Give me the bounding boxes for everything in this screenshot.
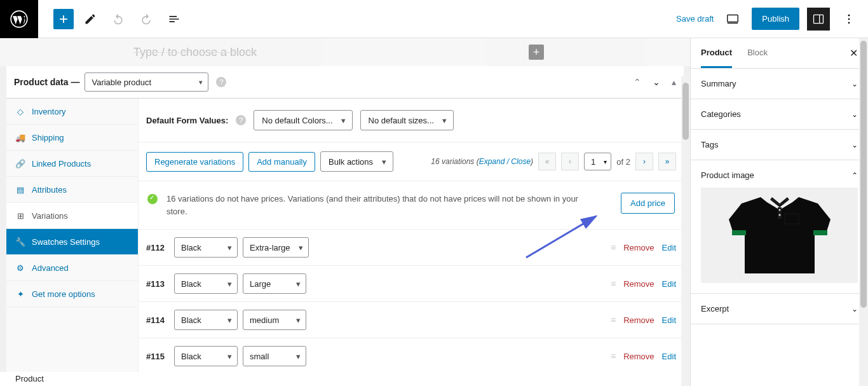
svg-point-13 bbox=[778, 214, 780, 216]
variation-size-select[interactable]: small bbox=[243, 346, 306, 366]
sidebar-tab-product[interactable]: Product bbox=[701, 38, 732, 68]
spark-icon: ✦ bbox=[15, 289, 25, 299]
inventory-icon: ◇ bbox=[15, 106, 25, 116]
tab-inventory[interactable]: ◇Inventory bbox=[6, 99, 138, 125]
default-sizes-select[interactable]: No default sizes... bbox=[360, 110, 454, 130]
remove-variation-link[interactable]: Remove bbox=[623, 243, 654, 252]
svg-point-7 bbox=[848, 22, 850, 24]
panel-summary[interactable]: Summary⌄ bbox=[691, 69, 868, 99]
main-scrollbar[interactable] bbox=[681, 76, 690, 386]
breadcrumb: Product bbox=[0, 372, 690, 386]
plus-icon: + bbox=[59, 11, 68, 27]
chevron-down-icon: ⌄ bbox=[851, 305, 858, 314]
variation-size-select[interactable]: Extra-large bbox=[243, 237, 309, 258]
svg-rect-10 bbox=[813, 230, 827, 235]
tab-get-more-options[interactable]: ✦Get more options bbox=[6, 281, 138, 307]
edit-variation-link[interactable]: Edit bbox=[662, 243, 676, 252]
pager-last[interactable]: » bbox=[658, 153, 676, 170]
drag-handle-icon[interactable]: ≡ bbox=[611, 351, 616, 361]
redo-button[interactable] bbox=[135, 8, 158, 31]
edit-variation-link[interactable]: Edit bbox=[662, 315, 676, 325]
edit-variation-link[interactable]: Edit bbox=[662, 279, 676, 289]
product-image-thumbnail[interactable] bbox=[701, 188, 858, 283]
variation-color-select[interactable]: Black bbox=[174, 310, 238, 330]
editor-topbar: + Save draft Publish bbox=[0, 0, 868, 38]
sidebar-close-button[interactable]: ✕ bbox=[850, 47, 858, 59]
sidebar-scrollbar[interactable] bbox=[859, 38, 868, 386]
expand-close-link[interactable]: Expand / Close bbox=[479, 157, 531, 166]
block-inserter-hint[interactable]: Type / to choose a block + bbox=[0, 38, 690, 66]
variation-row[interactable]: #115Blacksmall≡RemoveEdit bbox=[139, 338, 684, 375]
preview-button[interactable] bbox=[721, 8, 744, 31]
panel-excerpt[interactable]: Excerpt⌄ bbox=[691, 294, 868, 324]
settings-sidebar: Product Block ✕ Summary⌄ Categories⌄ Tag… bbox=[690, 38, 868, 386]
variation-row[interactable]: #112BlackExtra-large≡RemoveEdit bbox=[139, 230, 684, 266]
remove-variation-link[interactable]: Remove bbox=[623, 352, 654, 361]
regenerate-variations-button[interactable]: Regenerate variations bbox=[146, 152, 243, 172]
tab-shipping[interactable]: 🚚Shipping bbox=[6, 125, 138, 151]
chevron-up-icon[interactable]: ⌃ bbox=[851, 171, 858, 180]
variation-id: #112 bbox=[146, 243, 169, 252]
tab-linked-products[interactable]: 🔗Linked Products bbox=[6, 151, 138, 177]
wordpress-logo[interactable] bbox=[0, 0, 38, 38]
tab-attributes[interactable]: ▤Attributes bbox=[6, 177, 138, 203]
publish-button[interactable]: Publish bbox=[752, 8, 799, 30]
panel-toggle-icon[interactable]: ▴ bbox=[672, 77, 676, 87]
variation-row[interactable]: #113BlackLarge≡RemoveEdit bbox=[139, 266, 684, 302]
svg-rect-3 bbox=[814, 15, 824, 23]
chevron-down-icon: ⌄ bbox=[851, 110, 858, 119]
variation-size-select[interactable]: Large bbox=[243, 273, 306, 294]
product-data-panel: Product data — Variable product ? ⌃ ⌄ ▴ … bbox=[6, 66, 684, 386]
variation-row[interactable]: #114Blackmedium≡RemoveEdit bbox=[139, 302, 684, 338]
panel-categories[interactable]: Categories⌄ bbox=[691, 99, 868, 130]
variation-color-select[interactable]: Black bbox=[174, 273, 238, 294]
help-icon[interactable]: ? bbox=[216, 77, 226, 87]
more-options-button[interactable] bbox=[837, 8, 860, 31]
edit-variation-link[interactable]: Edit bbox=[662, 352, 676, 361]
sidebar-tab-block[interactable]: Block bbox=[747, 38, 768, 68]
drag-handle-icon[interactable]: ≡ bbox=[611, 279, 616, 289]
variation-color-select[interactable]: Black bbox=[174, 346, 238, 366]
pager-page-select[interactable]: 1 bbox=[584, 153, 611, 170]
panel-down-icon[interactable]: ⌄ bbox=[653, 77, 660, 87]
help-icon[interactable]: ? bbox=[236, 115, 246, 125]
remove-variation-link[interactable]: Remove bbox=[623, 315, 654, 325]
svg-point-5 bbox=[848, 14, 850, 16]
add-block-button[interactable]: + bbox=[53, 9, 74, 29]
remove-variation-link[interactable]: Remove bbox=[623, 279, 654, 289]
pager-of-text: of 2 bbox=[616, 157, 630, 167]
svg-rect-9 bbox=[732, 230, 746, 235]
panel-up-icon[interactable]: ⌃ bbox=[634, 77, 641, 87]
undo-button[interactable] bbox=[107, 8, 130, 31]
chevron-down-icon: ⌄ bbox=[851, 79, 858, 88]
add-manually-button[interactable]: Add manually bbox=[248, 152, 315, 172]
variation-id: #115 bbox=[146, 352, 169, 361]
tab-advanced[interactable]: ⚙Advanced bbox=[6, 255, 138, 281]
gear-icon: ⚙ bbox=[15, 263, 25, 273]
bulk-actions-select[interactable]: Bulk actions bbox=[320, 151, 393, 172]
attributes-icon: ▤ bbox=[15, 184, 25, 195]
save-draft-button[interactable]: Save draft bbox=[676, 14, 714, 24]
chevron-down-icon: ⌄ bbox=[851, 141, 858, 149]
check-icon bbox=[147, 194, 158, 204]
product-data-tabs: ◇Inventory 🚚Shipping 🔗Linked Products ▤A… bbox=[6, 99, 139, 386]
add-price-button[interactable]: Add price bbox=[621, 193, 675, 214]
drag-handle-icon[interactable]: ≡ bbox=[611, 315, 616, 325]
variation-size-select[interactable]: medium bbox=[243, 310, 306, 330]
panel-tags[interactable]: Tags⌄ bbox=[691, 130, 868, 160]
tab-swatches-settings[interactable]: 🔧Swatches Settings bbox=[6, 229, 138, 255]
pager-prev[interactable]: ‹ bbox=[561, 153, 579, 170]
default-colors-select[interactable]: No default Colors... bbox=[254, 110, 352, 130]
inline-add-block-button[interactable]: + bbox=[529, 45, 544, 60]
product-data-label: Product data — bbox=[14, 77, 79, 87]
variation-color-select[interactable]: Black bbox=[174, 237, 238, 258]
svg-point-6 bbox=[848, 18, 850, 20]
settings-sidebar-toggle[interactable] bbox=[807, 8, 830, 31]
tab-variations[interactable]: ⊞Variations bbox=[6, 203, 138, 229]
document-overview-button[interactable] bbox=[163, 8, 186, 31]
drag-handle-icon[interactable]: ≡ bbox=[611, 242, 616, 252]
pager-next[interactable]: › bbox=[635, 153, 653, 170]
pager-first[interactable]: « bbox=[538, 153, 556, 170]
edit-mode-button[interactable] bbox=[79, 8, 102, 31]
product-type-select[interactable]: Variable product bbox=[85, 72, 208, 92]
